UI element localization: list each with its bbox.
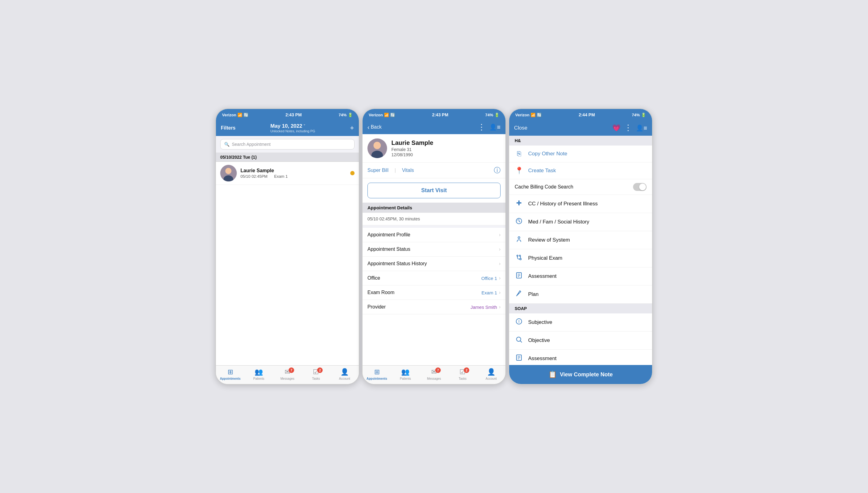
header-date[interactable]: May 10, 2022	[271, 123, 302, 129]
super-bill-button[interactable]: Super Bill	[367, 168, 388, 173]
svg-point-10	[520, 258, 521, 260]
office-row[interactable]: Office Office 1 ›	[363, 271, 505, 285]
tab-patients-2[interactable]: 👥 Patients	[391, 368, 419, 380]
status-bar-3: Verizon 📶 🔄 2:44 PM 74% 🔋	[509, 109, 652, 120]
appointment-status-row[interactable]: Appointment Status ›	[363, 242, 505, 257]
appointment-profile-row[interactable]: Appointment Profile ›	[363, 228, 505, 242]
appointment-status-history-row[interactable]: Appointment Status History ›	[363, 257, 505, 271]
battery-pct-1: 74%	[339, 113, 347, 117]
info-icon[interactable]: ⓘ	[494, 166, 501, 175]
history-icon-svg	[515, 217, 523, 225]
carrier-label-3: Verizon	[515, 113, 529, 117]
messages-badge-1: 7	[289, 367, 294, 373]
tab-messages-1[interactable]: 7 ✉ Messages	[273, 368, 301, 380]
messages-badge-2: 7	[435, 367, 441, 373]
copy-other-note-item[interactable]: ⎘ Copy Other Note	[509, 146, 652, 163]
back-arrow-icon: ‹	[367, 124, 370, 131]
header-1: Filters May 10, 2022 ˅ Unlocked Notes, i…	[216, 120, 359, 136]
create-task-item[interactable]: 📍 Create Task	[509, 163, 652, 179]
screen1-appointments: Verizon 📶 🔄 2:43 PM 74% 🔋 Filters May 10…	[215, 108, 360, 385]
chevron-right-icon-6: ›	[499, 304, 501, 310]
battery-group-2: 74% 🔋	[485, 113, 499, 117]
chevron-right-icon: ›	[499, 232, 501, 238]
wifi-icon-1: 📶	[237, 113, 242, 117]
filters-label[interactable]: Filters	[221, 125, 235, 131]
tab-messages-2[interactable]: 7 ✉ Messages	[419, 368, 448, 380]
physical-exam-label: Physical Exam	[528, 255, 562, 261]
patient-name-1: Laurie Sample	[241, 168, 347, 173]
provider-row[interactable]: Provider James Smith ›	[363, 300, 505, 314]
assessment-h-item[interactable]: Assessment	[509, 267, 652, 285]
cc-history-item[interactable]: CC / History of Present Illness	[509, 195, 652, 213]
svg-point-1	[224, 175, 233, 181]
subjective-item[interactable]: ! Subjective	[509, 314, 652, 331]
cache-billing-toggle[interactable]	[633, 183, 646, 191]
appt-profile-right: ›	[499, 232, 501, 238]
battery-icon-1: 🔋	[348, 113, 353, 117]
assessment-h-svg	[515, 272, 523, 279]
tab-account-2[interactable]: 👤 Account	[477, 368, 505, 380]
copy-icon: ⎘	[515, 150, 523, 158]
review-system-item[interactable]: Review of System	[509, 231, 652, 249]
messages-label-2: Messages	[427, 377, 441, 380]
start-visit-button[interactable]: Start Visit	[367, 183, 501, 198]
exam-room-row[interactable]: Exam Room Exam 1 ›	[363, 285, 505, 300]
close-button[interactable]: Close	[514, 125, 527, 131]
patient-actions: Super Bill | Vitals ⓘ	[363, 163, 505, 178]
tasks-badge-1: 2	[317, 367, 323, 373]
tab-account-1[interactable]: 👤 Account	[330, 368, 359, 380]
back-label: Back	[371, 124, 382, 130]
med-fam-history-label: Med / Fam / Social History	[528, 219, 589, 225]
copy-other-note-label: Copy Other Note	[528, 151, 567, 157]
assessment-h-icon	[515, 272, 523, 281]
user-menu-icon[interactable]: 👤≡	[489, 124, 501, 130]
search-input-container[interactable]: 🔍 Search Appointment	[220, 139, 355, 150]
user-menu-icon-3[interactable]: 👤≡	[636, 124, 647, 132]
patient-detail-header: Laurie Sample Female 31 12/08/1990	[363, 134, 505, 163]
tab-patients-1[interactable]: 👥 Patients	[245, 368, 273, 380]
tasks-badge-2: 2	[464, 367, 469, 373]
add-appointment-button[interactable]: +	[350, 125, 354, 131]
stethoscope-svg	[515, 254, 523, 261]
screen3-content: H& ⎘ Copy Other Note 📍 Create Task Cache…	[509, 136, 652, 384]
spacer-2	[363, 314, 505, 365]
back-button[interactable]: ‹ Back	[367, 124, 382, 131]
view-complete-note-button[interactable]: 📋 View Complete Note	[509, 365, 652, 384]
patient-list-item[interactable]: Laurie Sample 05/10 02:45PM Exam 1	[216, 162, 359, 185]
soap-section-label: SOAP	[509, 304, 652, 314]
more-options-icon-3[interactable]: ⋮	[624, 123, 632, 133]
tab-tasks-1[interactable]: 2 ☑ Tasks	[302, 368, 330, 380]
cache-billing-label: Cache Billing Code Search	[515, 184, 573, 190]
provider-right: James Smith ›	[471, 304, 501, 310]
more-options-icon[interactable]: ⋮	[478, 123, 485, 131]
screen2-detail: Verizon 📶 🔄 2:43 PM 74% 🔋 ‹ Back ⋮ 👤≡	[362, 108, 506, 385]
subjective-label: Subjective	[528, 319, 552, 325]
patients-icon-1: 👥	[255, 368, 263, 376]
patients-label-1: Patients	[253, 377, 265, 380]
chevron-down-icon[interactable]: ˅	[303, 124, 305, 129]
appointments-label-1: Appointments	[220, 377, 241, 380]
account-icon-1: 👤	[340, 368, 349, 376]
physical-exam-item[interactable]: Physical Exam	[509, 249, 652, 267]
date-group-header: 05/10/2022 Tue (1)	[216, 153, 359, 162]
tab-appointments-2[interactable]: ⊞ Appointments	[363, 368, 391, 380]
tab-appointments-1[interactable]: ⊞ Appointments	[216, 368, 245, 380]
plan-item[interactable]: Plan	[509, 285, 652, 304]
svg-point-3	[371, 151, 383, 158]
tab-bar-2: ⊞ Appointments 👥 Patients 7 ✉ Messages 2…	[363, 365, 505, 384]
appt-time-duration: 05/10 02:45PM, 30 minutes	[363, 213, 505, 225]
vitals-button[interactable]: Vitals	[402, 168, 414, 173]
med-fam-history-item[interactable]: Med / Fam / Social History	[509, 213, 652, 231]
patient-row-right-1	[350, 171, 355, 175]
assessment-soap-item[interactable]: Assessment	[509, 350, 652, 365]
patient-dob: 12/08/1990	[391, 152, 501, 157]
svg-point-2	[373, 142, 381, 149]
tab-tasks-2[interactable]: 2 ☑ Tasks	[449, 368, 477, 380]
carrier-label-1: Verizon	[222, 113, 236, 117]
objective-item[interactable]: Objective	[509, 331, 652, 350]
header-2: ‹ Back ⋮ 👤≡	[363, 120, 505, 134]
chevron-right-icon-2: ›	[499, 246, 501, 252]
plus-cross-icon	[515, 199, 523, 209]
header-right-3: 💗 ⋮ 👤≡	[612, 123, 647, 133]
assessment-soap-svg	[515, 354, 523, 361]
